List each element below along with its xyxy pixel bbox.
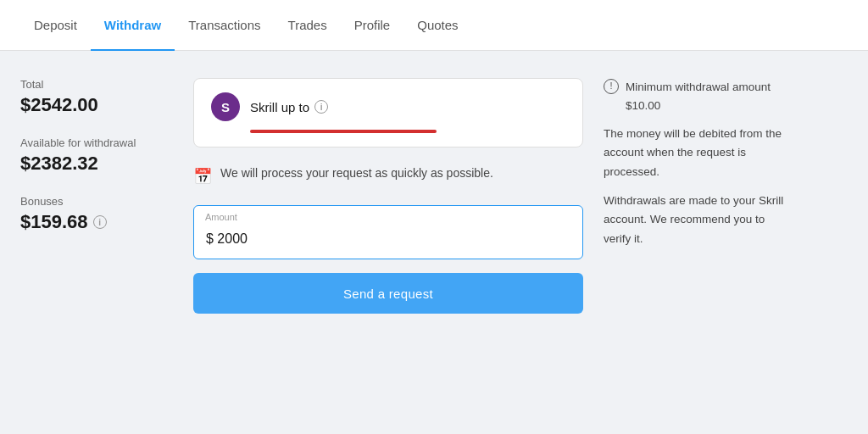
- info-text-2: Withdrawals are made to your Skrill acco…: [604, 192, 790, 248]
- nav-withdraw[interactable]: Withdraw: [91, 0, 175, 51]
- navigation: Deposit Withdraw Transactions Trades Pro…: [0, 0, 868, 51]
- main-content: Total $2542.00 Available for withdrawal …: [0, 51, 868, 341]
- alert-icon: !: [604, 79, 619, 94]
- processing-note: 📅 We will process your request as quickl…: [193, 164, 583, 188]
- right-panel: ! Minimum withdrawal amount $10.00 The m…: [604, 78, 790, 259]
- info-text-1: The money will be debited from the accou…: [604, 125, 790, 181]
- bonuses-label: Bonuses: [20, 195, 173, 208]
- nav-quotes[interactable]: Quotes: [403, 0, 471, 51]
- min-withdrawal-header: ! Minimum withdrawal amount $10.00: [604, 78, 790, 114]
- bonuses-info-icon[interactable]: i: [93, 215, 107, 229]
- amount-label: Amount: [205, 212, 237, 222]
- send-request-button[interactable]: Send a request: [193, 273, 583, 314]
- amount-field-wrapper: Amount: [193, 205, 583, 259]
- nav-trades[interactable]: Trades: [275, 0, 341, 51]
- nav-deposit[interactable]: Deposit: [20, 0, 91, 51]
- total-value: $2542.00: [20, 94, 173, 116]
- calendar-icon: 📅: [193, 165, 212, 188]
- bonuses-value-row: $159.68 i: [20, 211, 173, 233]
- total-label: Total: [20, 78, 173, 91]
- skrill-logo: S: [211, 92, 240, 121]
- available-value: $2382.32: [20, 153, 173, 175]
- left-panel: Total $2542.00 Available for withdrawal …: [20, 78, 173, 253]
- available-stat: Available for withdrawal $2382.32: [20, 136, 173, 175]
- min-withdrawal-text: Minimum withdrawal amount $10.00: [626, 78, 790, 114]
- nav-transactions[interactable]: Transactions: [175, 0, 274, 51]
- bonuses-stat: Bonuses $159.68 i: [20, 195, 173, 233]
- bonuses-value: $159.68: [20, 211, 88, 233]
- skrill-title: Skrill up to i: [250, 100, 328, 114]
- skrill-info-icon[interactable]: i: [314, 100, 328, 114]
- processing-text: We will process your request as quickly …: [220, 164, 493, 182]
- skrill-underline: [250, 130, 437, 133]
- center-panel: S Skrill up to i 📅 We will process your …: [193, 78, 583, 314]
- nav-profile[interactable]: Profile: [341, 0, 404, 51]
- total-stat: Total $2542.00: [20, 78, 173, 116]
- available-label: Available for withdrawal: [20, 136, 173, 149]
- skrill-card: S Skrill up to i: [193, 78, 583, 147]
- amount-input[interactable]: [193, 205, 583, 259]
- skrill-header: S Skrill up to i: [211, 92, 565, 121]
